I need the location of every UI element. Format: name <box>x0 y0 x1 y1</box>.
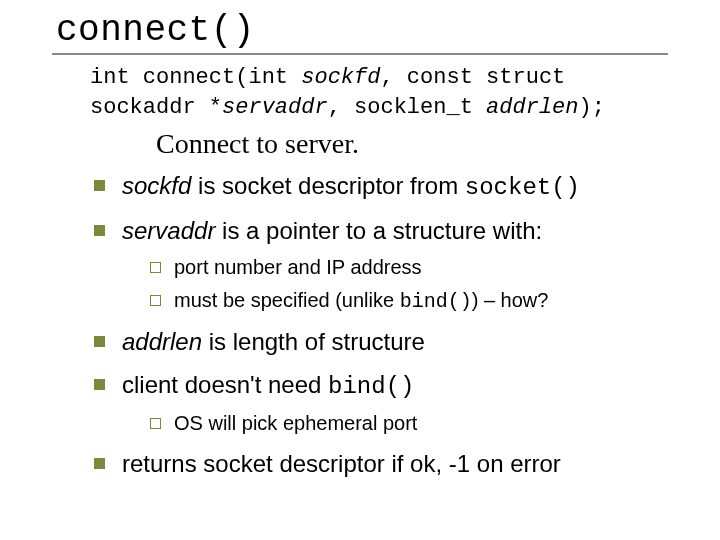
code-socket: socket() <box>465 174 580 201</box>
code-bind: bind() <box>400 290 472 313</box>
slide: connect() int connect(int sockfd, const … <box>0 0 720 540</box>
arg-name: sockfd <box>122 172 191 199</box>
bullet-text: is a pointer to a structure with: <box>215 217 542 244</box>
bullet-text: client doesn't need <box>122 371 328 398</box>
bullet-client-bind: client doesn't need bind() OS will pick … <box>94 369 668 438</box>
arg-name: addrlen <box>122 328 202 355</box>
sub-text: ) – how? <box>472 289 549 311</box>
bullet-text: is socket descriptor from <box>191 172 464 199</box>
sig-text: ); <box>579 95 605 120</box>
bullet-list: sockfd is socket descriptor from socket(… <box>94 170 668 480</box>
bullet-servaddr: servaddr is a pointer to a structure wit… <box>94 215 668 316</box>
sig-text: , socklen_t <box>328 95 486 120</box>
sig-arg-addrlen: addrlen <box>486 95 578 120</box>
subtitle: Connect to server. <box>156 128 668 160</box>
slide-title: connect() <box>52 10 668 55</box>
sig-text: int connect(int <box>90 65 301 90</box>
bullet-addrlen: addrlen is length of structure <box>94 326 668 358</box>
sig-arg-servaddr: servaddr <box>222 95 328 120</box>
sublist: port number and IP address must be speci… <box>150 253 668 316</box>
sub-bullet: port number and IP address <box>150 253 668 282</box>
sublist: OS will pick ephemeral port <box>150 409 668 438</box>
sub-text: must be specified (unlike <box>174 289 400 311</box>
sig-arg-sockfd: sockfd <box>301 65 380 90</box>
sub-bullet: must be specified (unlike bind()) – how? <box>150 286 668 316</box>
function-signature: int connect(int sockfd, const struct soc… <box>90 63 668 122</box>
sub-bullet: OS will pick ephemeral port <box>150 409 668 438</box>
bullet-return: returns socket descriptor if ok, -1 on e… <box>94 448 668 480</box>
bullet-text: is length of structure <box>202 328 425 355</box>
arg-name: servaddr <box>122 217 215 244</box>
bullet-sockfd: sockfd is socket descriptor from socket(… <box>94 170 668 204</box>
code-bind: bind() <box>328 373 414 400</box>
